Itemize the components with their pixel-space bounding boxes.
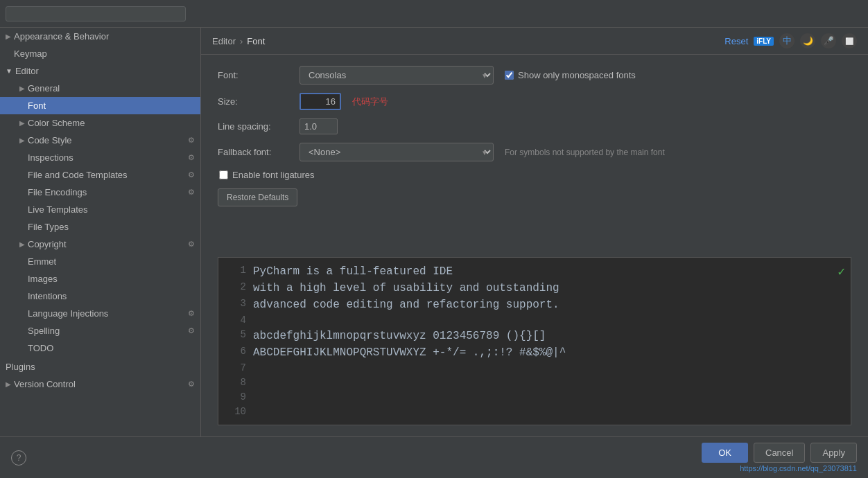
settings-icon-insp: ⚙ xyxy=(188,153,195,162)
breadcrumb-parent: Editor xyxy=(212,36,236,46)
sidebar-item-plugins[interactable]: Plugins xyxy=(0,358,200,375)
arrow-icon: ▶ xyxy=(6,33,11,40)
sidebar-item-file-code-templates[interactable]: File and Code Templates ⚙ xyxy=(0,166,200,184)
arrow-cs-icon: ▶ xyxy=(19,119,25,127)
ifly-badge: iFLY xyxy=(754,37,774,46)
help-button[interactable]: ? xyxy=(11,450,26,466)
search-wrapper: ⌕ xyxy=(6,6,186,21)
preview-line-8: 8 xyxy=(227,375,842,390)
sidebar-item-inspections[interactable]: Inspections ⚙ xyxy=(0,149,200,166)
content-panel: Editor › Font Reset iFLY 中 🌙 🎤 ⬜ Font: C… xyxy=(201,28,868,436)
size-label: Size: xyxy=(218,96,294,107)
bottom-left: ? xyxy=(11,450,26,466)
sidebar-item-images[interactable]: Images xyxy=(0,270,200,287)
preview-line-4: 4 xyxy=(227,313,842,328)
sidebar-item-todo[interactable]: TODO xyxy=(0,339,200,357)
reset-link[interactable]: Reset xyxy=(724,36,748,46)
restore-defaults-button[interactable]: Restore Defaults xyxy=(218,188,297,206)
bottom-right-group: OK Cancel Apply https://blog.csdn.net/qq… xyxy=(702,443,857,472)
arrow-icon-general: ▶ xyxy=(19,85,25,92)
moon-icon: 🌙 xyxy=(800,33,815,48)
font-select[interactable]: Consolas xyxy=(300,66,494,85)
chinese-icon[interactable]: 中 xyxy=(779,33,795,48)
sidebar: ▶ Appearance & Behavior Keymap ▼ Editor … xyxy=(0,28,201,436)
keymap-label: Keymap xyxy=(14,48,47,59)
settings-icon-spell: ⚙ xyxy=(188,326,195,335)
settings-form: Font: Consolas ▼ Show only monospaced fo… xyxy=(201,55,868,257)
font-row: Font: Consolas ▼ Show only monospaced fo… xyxy=(218,66,851,85)
search-input[interactable] xyxy=(6,6,186,21)
monospaced-label: Show only monospaced fonts xyxy=(518,70,636,80)
arrow-vc-icon: ▶ xyxy=(6,380,11,388)
breadcrumb: Editor › Font xyxy=(212,36,265,46)
settings-icon-fe: ⚙ xyxy=(188,188,195,197)
settings-icon-fct: ⚙ xyxy=(188,170,195,179)
cancel-button[interactable]: Cancel xyxy=(754,443,805,463)
preview-line-10: 10 xyxy=(227,405,842,419)
line-spacing-input[interactable]: 1.0 xyxy=(300,118,338,134)
sidebar-item-emmet[interactable]: Emmet xyxy=(0,253,200,270)
sidebar-item-font[interactable]: Font xyxy=(0,97,200,114)
extra-icon: ⬜ xyxy=(842,33,857,48)
sidebar-item-copyright[interactable]: ▶ Copyright ⚙ xyxy=(0,236,200,253)
arrow-down-icon: ▼ xyxy=(6,67,12,75)
main-layout: ▶ Appearance & Behavior Keymap ▼ Editor … xyxy=(0,28,868,436)
preview-line-9: 9 xyxy=(227,390,842,405)
sidebar-item-intentions[interactable]: Intentions xyxy=(0,287,200,305)
preview-line-1: 1 PyCharm is a full-featured IDE xyxy=(227,263,842,280)
top-bar: ⌕ xyxy=(0,0,868,28)
sidebar-item-appearance[interactable]: ▶ Appearance & Behavior xyxy=(0,28,200,45)
sidebar-item-file-encodings[interactable]: File Encodings ⚙ xyxy=(0,184,200,201)
ligature-checkbox[interactable] xyxy=(219,170,228,179)
line-spacing-row: Line spacing: 1.0 xyxy=(218,118,851,134)
preview-area: ✓ 1 PyCharm is a full-featured IDE 2 wit… xyxy=(218,257,851,425)
fallback-dropdown-wrapper: <None> ▼ xyxy=(300,143,494,161)
size-row: Size: 16 代码字号 xyxy=(218,93,851,110)
sidebar-item-version-control[interactable]: ▶ Version Control ⚙ xyxy=(0,375,200,393)
fallback-select[interactable]: <None> xyxy=(300,143,494,161)
preview-line-5: 5 abcdefghijklmnopqrstuvwxyz 0123456789 … xyxy=(227,328,842,344)
fallback-hint: For symbols not supported by the main fo… xyxy=(505,148,665,157)
sidebar-item-spelling[interactable]: Spelling ⚙ xyxy=(0,322,200,339)
settings-icon-li: ⚙ xyxy=(188,309,195,318)
monospaced-checkbox[interactable] xyxy=(505,71,514,80)
sidebar-item-file-types[interactable]: File Types xyxy=(0,218,200,236)
sidebar-item-color-scheme[interactable]: ▶ Color Scheme xyxy=(0,114,200,132)
settings-icon-vc: ⚙ xyxy=(188,380,195,389)
sidebar-item-live-templates[interactable]: Live Templates xyxy=(0,201,200,218)
arrow-copy-icon: ▶ xyxy=(19,240,25,248)
preview-line-6: 6 ABCDEFGHIJKLMNOPQRSTUVWXYZ +-*/= .,;:!… xyxy=(227,344,842,361)
sidebar-item-code-style[interactable]: ▶ Code Style ⚙ xyxy=(0,132,200,149)
preview-line-3: 3 advanced code editing and refactoring … xyxy=(227,296,842,313)
font-label: Font: xyxy=(218,70,294,80)
bottom-bar: ? OK Cancel Apply https://blog.csdn.net/… xyxy=(0,436,868,478)
mic-icon[interactable]: 🎤 xyxy=(821,33,836,48)
button-row: OK Cancel Apply xyxy=(702,443,857,463)
font-dropdown-wrapper: Consolas ▼ xyxy=(300,66,494,85)
breadcrumb-current: Font xyxy=(247,36,265,46)
settings-icon-code: ⚙ xyxy=(188,136,195,145)
line-spacing-label: Line spacing: xyxy=(218,121,294,132)
ligature-row: Enable font ligatures xyxy=(219,170,851,180)
monospaced-checkbox-row: Show only monospaced fonts xyxy=(505,70,636,80)
settings-icon-copy: ⚙ xyxy=(188,240,195,249)
sidebar-item-editor[interactable]: ▼ Editor xyxy=(0,62,200,80)
preview-line-2: 2 with a high level of usability and out… xyxy=(227,280,842,296)
arrow-code-icon: ▶ xyxy=(19,136,25,144)
size-hint: 代码字号 xyxy=(352,96,388,108)
url-hint: https://blog.csdn.net/qq_23073811 xyxy=(740,464,857,472)
fallback-label: Fallback font: xyxy=(218,147,294,157)
sidebar-item-keymap[interactable]: Keymap xyxy=(0,45,200,62)
apply-button[interactable]: Apply xyxy=(810,443,857,463)
preview-line-7: 7 xyxy=(227,361,842,375)
size-input[interactable]: 16 xyxy=(300,93,341,110)
sidebar-item-general[interactable]: ▶ General xyxy=(0,80,200,97)
check-icon: ✓ xyxy=(837,263,845,282)
fallback-row: Fallback font: <None> ▼ For symbols not … xyxy=(218,143,851,161)
ok-button[interactable]: OK xyxy=(702,443,748,463)
breadcrumb-sep: › xyxy=(240,36,243,46)
sidebar-item-language-injections[interactable]: Language Injections ⚙ xyxy=(0,305,200,322)
ligature-label: Enable font ligatures xyxy=(232,170,315,180)
